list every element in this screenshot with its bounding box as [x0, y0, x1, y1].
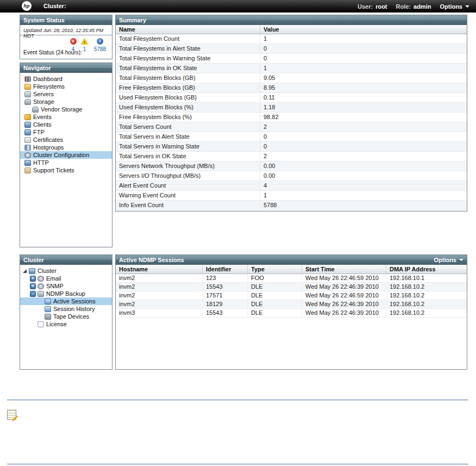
sidebar-item-support-tickets[interactable]: Support Tickets	[20, 166, 112, 174]
sidebar-item-cluster-configuration[interactable]: Cluster Configuration	[20, 151, 112, 159]
metric-value: 9.05	[260, 73, 467, 83]
session-identifier: 15543	[203, 309, 248, 317]
alert-icon: ×	[70, 38, 77, 45]
servers-icon	[24, 91, 31, 97]
table-row[interactable]: invm215543DLEWed May 26 22:46:39 2010192…	[116, 283, 467, 291]
tree-item-tape-devices[interactable]: Tape Devices	[20, 313, 112, 320]
event-status-counters: × 4 ! 1 i 5788	[67, 38, 110, 52]
sidebar-item-certificates[interactable]: Certificates	[20, 136, 112, 144]
session-start-time: Wed May 26 22:46:59 2010	[302, 274, 386, 282]
options-menu-button[interactable]: Options	[440, 3, 469, 10]
metric-name: Warning Event Count	[116, 191, 260, 200]
chevron-down-icon	[465, 5, 469, 8]
table-row: Total Servers in Warning State0	[116, 142, 467, 152]
tree-expand-icon[interactable]: +	[30, 283, 36, 289]
table-row: Warning Event Count1	[116, 191, 467, 201]
tree-item-session-history[interactable]: Session History	[20, 305, 112, 313]
sidebar-item-dashboard[interactable]: Dashboard	[20, 75, 112, 83]
sidebar-item-servers[interactable]: Servers	[20, 90, 112, 98]
table-row: Total Servers in OK State2	[116, 152, 467, 161]
tree-item-label: Active Sessions	[53, 297, 96, 305]
tree-item-snmp[interactable]: +SNMP	[20, 282, 112, 290]
table-row: Total Filesystems in OK State1	[116, 64, 467, 73]
sidebar-item-vendor-storage[interactable]: Vendor Storage	[20, 105, 112, 113]
sidebar-item-ftp[interactable]: FTP	[20, 128, 112, 136]
tree-item-label: Tape Devices	[53, 313, 89, 320]
session-type: DLE	[248, 300, 302, 308]
sessions-options-button[interactable]: Options	[434, 255, 464, 265]
tree-item-ndmp-backup[interactable]: -NDMP Backup	[20, 290, 112, 297]
storage-icon	[24, 99, 31, 105]
warning-counter[interactable]: ! 1	[79, 38, 90, 52]
panel-title: Active NDMP Sessions	[119, 255, 184, 265]
tree-item-cluster[interactable]: Cluster	[20, 267, 112, 275]
email-icon	[37, 276, 44, 282]
column-header-value[interactable]: Value	[260, 25, 467, 34]
tree-item-license[interactable]: License	[20, 320, 112, 328]
sidebar-item-hostgroups[interactable]: Hostgroups	[20, 144, 112, 151]
system-status-panel: System Status Updated Jun. 28, 2010, 12:…	[20, 15, 112, 59]
ndmp-icon	[37, 291, 44, 297]
column-header-identifier[interactable]: Identifier	[203, 265, 248, 274]
hp-logo-icon: hp	[22, 1, 32, 11]
column-header-dma-ip[interactable]: DMA IP Address	[386, 265, 467, 274]
sessions-icon	[45, 299, 51, 305]
metric-name: Used Filesystem Blocks (GB)	[116, 93, 260, 102]
event-status-area: Event Status (24 hours): × 4 ! 1 i 5788	[20, 35, 112, 59]
column-header-start-time[interactable]: Start Time	[302, 265, 386, 274]
session-type: DLE	[248, 283, 302, 291]
session-hostname: invm2	[116, 300, 203, 308]
session-dma-ip: 192.168.10.2	[386, 300, 467, 308]
tree-item-email[interactable]: +Email	[20, 275, 112, 282]
table-row[interactable]: invm217571DLEWed May 26 22:46:59 2010192…	[116, 291, 467, 300]
alert-counter[interactable]: × 4	[67, 38, 79, 52]
metric-name: Servers I/O Throughput (MB/s)	[116, 171, 260, 181]
tree-item-label: Email	[46, 275, 61, 282]
sidebar-item-label: Cluster Configuration	[33, 151, 89, 159]
info-count: 5788	[94, 46, 106, 52]
session-start-time: Wed May 26 22:46:59 2010	[302, 291, 386, 300]
table-row: Alert Event Count4	[116, 181, 467, 191]
vendor-storage-icon	[32, 107, 39, 113]
session-dma-ip: 192.168.10.2	[386, 291, 467, 300]
history-icon	[45, 306, 51, 312]
info-counter[interactable]: i 5788	[90, 38, 110, 52]
table-row[interactable]: invm315543DLEWed May 26 22:46:39 2010192…	[116, 309, 467, 318]
sidebar-item-clients[interactable]: Clients	[20, 121, 112, 128]
metric-value: 0.00	[260, 171, 467, 181]
options-label: Options	[434, 255, 456, 265]
sidebar-item-filesystems[interactable]: Filesystems	[20, 83, 112, 90]
sidebar-item-http[interactable]: HTTP	[20, 159, 112, 166]
column-header-type[interactable]: Type	[248, 265, 302, 274]
metric-value: 0.11	[260, 93, 467, 102]
app-window: hp Cluster: User: root Role: admin Optio…	[0, 0, 476, 466]
column-header-name[interactable]: Name	[116, 25, 260, 34]
sidebar-item-label: Hostgroups	[33, 144, 64, 151]
sidebar-item-label: Events	[33, 113, 52, 121]
column-header-hostname[interactable]: Hostname	[116, 265, 203, 274]
tree-indent-spacer	[37, 314, 43, 320]
role-value: admin	[414, 3, 431, 10]
session-type: DLE	[248, 291, 302, 300]
table-row: Servers I/O Throughput (MB/s)0.00	[116, 171, 467, 181]
session-dma-ip: 192.168.10.1	[386, 274, 467, 282]
metric-name: Free Filesystem Blocks (GB)	[116, 83, 260, 92]
sidebar-item-label: Vendor Storage	[41, 105, 82, 113]
metric-value: 4	[260, 181, 467, 190]
sidebar-item-label: Servers	[33, 90, 54, 98]
sidebar-item-events[interactable]: Events	[20, 113, 112, 121]
horizontal-rule-top	[7, 400, 468, 400]
sidebar-item-storage[interactable]: Storage	[20, 98, 112, 105]
metric-name: Total Filesystems in OK State	[116, 64, 260, 73]
session-hostname: invm2	[116, 283, 203, 291]
metric-value: 0.00	[260, 161, 467, 171]
tree-expand-icon[interactable]: +	[30, 276, 36, 282]
table-row[interactable]: invm218129DLEWed May 26 22:46:39 2010192…	[116, 300, 467, 309]
tree-item-active-sessions[interactable]: Active Sessions	[20, 297, 112, 305]
table-row[interactable]: invm2123FOOWed May 26 22:46:59 2010192.1…	[116, 274, 467, 283]
tree-expanded-icon[interactable]	[23, 269, 27, 273]
tree-item-label: NDMP Backup	[46, 290, 85, 297]
metric-value: 98.82	[260, 113, 467, 122]
tree-collapse-icon[interactable]: -	[30, 291, 36, 297]
session-dma-ip: 192.168.10.2	[386, 283, 467, 291]
